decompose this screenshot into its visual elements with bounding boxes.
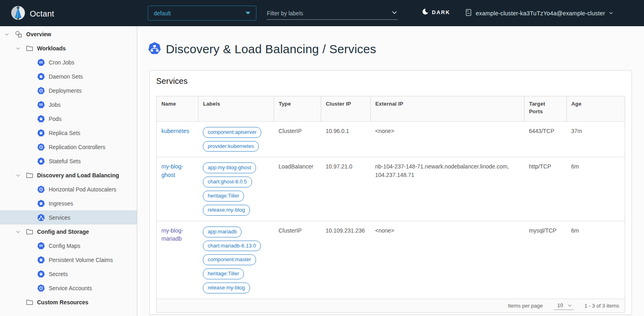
- caret-down-icon[interactable]: [15, 173, 21, 178]
- pagination-range: 1 - 3 of 3 items: [584, 303, 619, 309]
- label-badge: app:my-blog-ghost: [203, 162, 256, 173]
- column-header-external-ip: External IP: [370, 96, 524, 121]
- page-size-select[interactable]: 10: [553, 301, 574, 310]
- brand: Octant: [10, 5, 54, 22]
- dropdown-caret-icon: [246, 12, 250, 15]
- column-header-cluster-ip: Cluster IP: [321, 96, 370, 121]
- overview-icon: [14, 30, 23, 38]
- label-badge: heritage:Tiller: [203, 191, 244, 202]
- sidebar-item-persistent-volume-claims[interactable]: Persistent Volume Claims: [0, 253, 137, 267]
- external-ip: <none>: [370, 221, 524, 299]
- cluster-ip: 10.96.0.1: [321, 121, 370, 157]
- sidebar-item-pods[interactable]: Pods: [0, 112, 137, 126]
- app-header: Octant default Filter by labels DARK exa…: [0, 0, 644, 26]
- caret-down-icon[interactable]: [15, 46, 21, 51]
- sidebar-item-label: Config Maps: [49, 243, 80, 249]
- horizontal-pod-autoscalers-icon: [37, 185, 45, 193]
- sidebar-item-replica-sets[interactable]: Replica Sets: [0, 126, 137, 140]
- external-ip: nb-104-237-148-71.newark.nodebalancer.li…: [370, 157, 524, 221]
- label-badge: component:apiserver: [203, 127, 261, 138]
- cluster-selector[interactable]: example-cluster-ka3TuTzYo4a@example-clus…: [465, 8, 613, 18]
- sidebar-item-label: Pods: [49, 116, 62, 122]
- chevron-down-icon: [609, 10, 613, 17]
- folder-icon: [26, 228, 33, 235]
- sidebar-item-label: Secrets: [49, 271, 68, 277]
- sidebar-item-replication-controllers[interactable]: Replication Controllers: [0, 140, 137, 154]
- sidebar-item-custom-resources[interactable]: Custom Resources: [0, 295, 137, 309]
- sidebar-item-label: Deployments: [49, 87, 82, 94]
- caret-down-icon[interactable]: [15, 229, 21, 235]
- sidebar-nav-tree: OverviewWorkloadsCron JobsDaemon SetsDep…: [0, 27, 137, 309]
- ingresses-icon: [37, 200, 45, 208]
- sidebar-item-label: Workloads: [37, 45, 66, 52]
- namespace-dropdown[interactable]: default: [148, 6, 256, 21]
- cluster-ip: 10.97.21.0: [321, 157, 370, 221]
- sidebar-item-label: Jobs: [49, 102, 61, 108]
- sidebar-item-label: Discovery and Load Balancing: [37, 172, 119, 179]
- octant-logo-icon: [10, 5, 26, 22]
- sidebar-item-daemon-sets[interactable]: Daemon Sets: [0, 69, 137, 83]
- service-accounts-icon: [37, 284, 45, 292]
- sidebar-item-label: Stateful Sets: [49, 158, 80, 164]
- external-ip: <none>: [370, 121, 524, 157]
- sidebar-item-label: Custom Resources: [37, 299, 89, 306]
- sidebar-item-stateful-sets[interactable]: Stateful Sets: [0, 154, 137, 168]
- service-name-link[interactable]: my-blog-mariadb: [161, 227, 183, 242]
- deployments-icon: [37, 87, 45, 95]
- age: 6m: [566, 221, 625, 299]
- service-type: LoadBalancer: [274, 157, 321, 221]
- sidebar-item-horizontal-pod-autoscalers[interactable]: Horizontal Pod Autoscalers: [0, 182, 137, 196]
- table-header-row: NameLabelsTypeCluster IPExternal IPTarge…: [157, 96, 625, 121]
- services-icon: [37, 214, 45, 222]
- sidebar-item-service-accounts[interactable]: Service Accounts: [0, 281, 137, 295]
- column-header-type: Type: [274, 96, 321, 121]
- table-row: my-blog-mariadbapp:mariadbchart:mariadb-…: [157, 221, 625, 299]
- table-body: kubernetescomponent:apiserverprovider:ku…: [157, 121, 625, 299]
- dark-mode-label: DARK: [432, 9, 450, 15]
- sidebar-item-secrets[interactable]: Secrets: [0, 267, 137, 281]
- sidebar-item-label: Ingresses: [49, 200, 73, 207]
- sidebar-item-overview[interactable]: Overview: [0, 27, 137, 41]
- sidebar-item-services[interactable]: Services: [0, 210, 137, 225]
- secrets-icon: [37, 270, 45, 278]
- column-header-name: Name: [157, 96, 198, 121]
- replication-controllers-icon: [37, 143, 45, 151]
- sidebar-item-workloads[interactable]: Workloads: [0, 41, 137, 55]
- target-ports: 6443/TCP: [524, 121, 566, 157]
- service-name-link[interactable]: my-blog-ghost: [161, 163, 183, 178]
- table-row: kubernetescomponent:apiserverprovider:ku…: [157, 121, 625, 157]
- folder-icon: [26, 299, 33, 306]
- sidebar-item-config-and-storage[interactable]: Config and Storage: [0, 225, 137, 239]
- target-ports: http/TCP: [524, 157, 566, 221]
- target-ports: mysql/TCP: [524, 221, 566, 299]
- label-badge: heritage:Tiller: [203, 268, 244, 279]
- main-content: Discovery & Load Balancing / Services Se…: [137, 26, 644, 316]
- daemon-sets-icon: [37, 73, 45, 81]
- column-header-ports: Target Ports: [524, 96, 566, 121]
- cluster-ip: 10.109.231.236: [321, 221, 370, 299]
- cluster-icon: [465, 8, 472, 18]
- cron-jobs-icon: [37, 58, 45, 67]
- label-filter-input[interactable]: Filter by labels: [267, 7, 398, 20]
- sidebar-item-deployments[interactable]: Deployments: [0, 83, 137, 98]
- jobs-icon: [37, 101, 45, 109]
- sidebar-item-label: Config and Storage: [37, 229, 89, 235]
- sidebar-item-cron-jobs[interactable]: Cron Jobs: [0, 55, 137, 69]
- sidebar-item-config-maps[interactable]: Config Maps: [0, 239, 137, 253]
- chevron-down-icon: [391, 9, 398, 17]
- replica-sets-icon: [37, 129, 45, 137]
- dark-mode-toggle[interactable]: DARK: [422, 8, 450, 17]
- label-badge: release:my-blog: [203, 283, 250, 293]
- caret-down-icon[interactable]: [4, 31, 10, 37]
- label-badge: component:master: [203, 254, 256, 265]
- moon-icon: [422, 8, 429, 17]
- sidebar-item-discovery-and-load-balancing[interactable]: Discovery and Load Balancing: [0, 168, 137, 182]
- sidebar-item-jobs[interactable]: Jobs: [0, 98, 137, 112]
- stateful-sets-icon: [37, 157, 45, 165]
- folder-icon: [26, 45, 33, 52]
- sidebar-item-ingresses[interactable]: Ingresses: [0, 196, 137, 210]
- app-title: Octant: [30, 9, 54, 19]
- service-name-link[interactable]: kubernetes: [161, 128, 189, 134]
- sidebar-navigation: OverviewWorkloadsCron JobsDaemon SetsDep…: [0, 26, 137, 316]
- age: 6m: [566, 157, 625, 221]
